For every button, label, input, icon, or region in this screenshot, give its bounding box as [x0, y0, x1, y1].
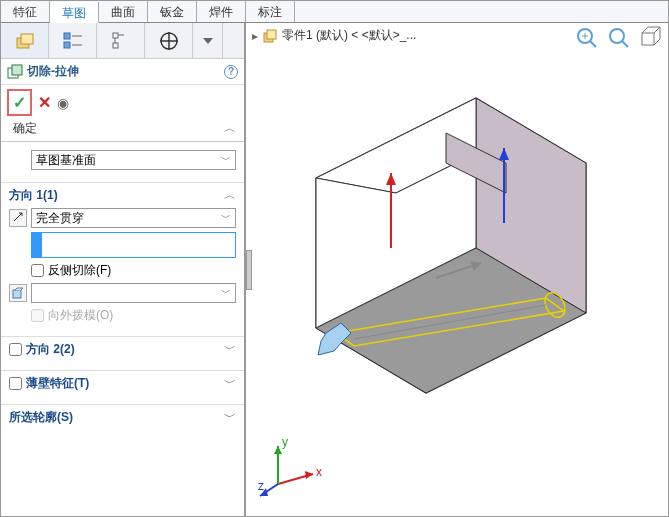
svg-marker-44: [274, 446, 282, 454]
direction2-title: 方向 2(2): [26, 341, 75, 358]
thin-feature-enable[interactable]: [9, 377, 22, 390]
svg-rect-2: [64, 33, 70, 39]
panel-tab-bar: [1, 23, 244, 59]
thin-feature-section: 薄壁特征(T) ﹀: [1, 370, 244, 404]
draft-outward-label: 向外拨模(O): [48, 307, 113, 324]
chevron-down-icon: ﹀: [221, 211, 231, 225]
thin-feature-expand-icon[interactable]: ﹀: [224, 375, 236, 392]
panel-tab-more[interactable]: [193, 23, 223, 58]
contour-title: 所选轮廓(S): [9, 409, 73, 426]
direction2-expand-icon[interactable]: ﹀: [224, 341, 236, 358]
panel-tab-property[interactable]: [49, 23, 97, 58]
feature-header: 切除-拉伸 ?: [1, 59, 244, 85]
chevron-down-icon: ﹀: [221, 286, 231, 300]
panel-tab-feature-tree[interactable]: [1, 23, 49, 58]
direction1-collapse-icon[interactable]: ︿: [224, 187, 236, 204]
reverse-direction-button[interactable]: [9, 209, 27, 227]
from-plane-value: 草图基准面: [36, 152, 96, 169]
thin-feature-title: 薄壁特征(T): [26, 375, 89, 392]
graphics-viewport[interactable]: ▸ 零件1 (默认) < <默认>_...: [246, 23, 668, 516]
svg-rect-7: [113, 43, 118, 48]
cut-extrude-icon: [7, 64, 23, 80]
contour-expand-icon[interactable]: ﹀: [224, 409, 236, 426]
triad-y: y: [282, 435, 288, 449]
panel-tab-dimxpert[interactable]: [145, 23, 193, 58]
selection-highlight: [32, 233, 42, 257]
checkmark-icon: ✓: [13, 94, 26, 111]
help-icon[interactable]: ?: [224, 65, 238, 79]
confirm-row: ✓ ✕ ◉: [1, 85, 244, 120]
triad-x: x: [316, 465, 322, 479]
property-panel: 切除-拉伸 ? ✓ ✕ ◉ 确定 ︿ 草图基准面 ﹀ 方向 1(1) ︿: [1, 23, 246, 516]
cancel-button[interactable]: ✕: [38, 93, 51, 112]
tab-feature[interactable]: 特征: [1, 1, 50, 22]
direction2-enable[interactable]: [9, 343, 22, 356]
direction-vector-field[interactable]: [31, 232, 236, 258]
end-condition-dropdown[interactable]: 完全贯穿 ﹀: [31, 208, 236, 228]
svg-rect-3: [64, 42, 70, 48]
ok-button[interactable]: ✓: [7, 89, 32, 116]
tab-sheetmetal[interactable]: 钣金: [148, 1, 197, 22]
panel-tab-config[interactable]: [97, 23, 145, 58]
direction2-section: 方向 2(2) ﹀: [1, 336, 244, 370]
direction1-section: 方向 1(1) ︿ 完全贯穿 ﹀ 反侧切除(F): [1, 182, 244, 336]
draft-outward-checkbox: 向外拨模(O): [31, 307, 236, 324]
from-section: 草图基准面 ﹀: [1, 141, 244, 182]
flip-side-input[interactable]: [31, 264, 44, 277]
triad-z: z: [258, 479, 264, 493]
tab-sketch[interactable]: 草图: [50, 2, 99, 23]
confirm-label: 确定: [13, 120, 37, 137]
chevron-down-icon: ﹀: [221, 153, 231, 167]
tab-annotation[interactable]: 标注: [246, 1, 295, 22]
end-condition-value: 完全贯穿: [36, 210, 84, 227]
svg-rect-1: [21, 34, 33, 44]
svg-rect-6: [113, 33, 118, 38]
tab-surface[interactable]: 曲面: [99, 1, 148, 22]
view-triad[interactable]: x y z: [258, 434, 328, 504]
draft-button[interactable]: [9, 284, 27, 302]
contour-section: 所选轮廓(S) ﹀: [1, 404, 244, 438]
from-plane-dropdown[interactable]: 草图基准面 ﹀: [31, 150, 236, 170]
svg-rect-15: [13, 290, 21, 298]
svg-rect-14: [12, 65, 22, 75]
flip-side-checkbox[interactable]: 反侧切除(F): [31, 262, 236, 279]
tab-weldment[interactable]: 焊件: [197, 1, 246, 22]
preview-toggle[interactable]: ◉: [57, 95, 69, 111]
feature-title: 切除-拉伸: [27, 63, 79, 80]
ribbon-tabs: 特征 草图 曲面 钣金 焊件 标注: [1, 1, 668, 23]
from-collapse-icon[interactable]: ︿: [224, 120, 236, 137]
flip-side-label: 反侧切除(F): [48, 262, 111, 279]
draft-outward-input: [31, 309, 44, 322]
draft-angle-field[interactable]: ﹀: [31, 283, 236, 303]
direction1-title: 方向 1(1): [9, 187, 58, 204]
